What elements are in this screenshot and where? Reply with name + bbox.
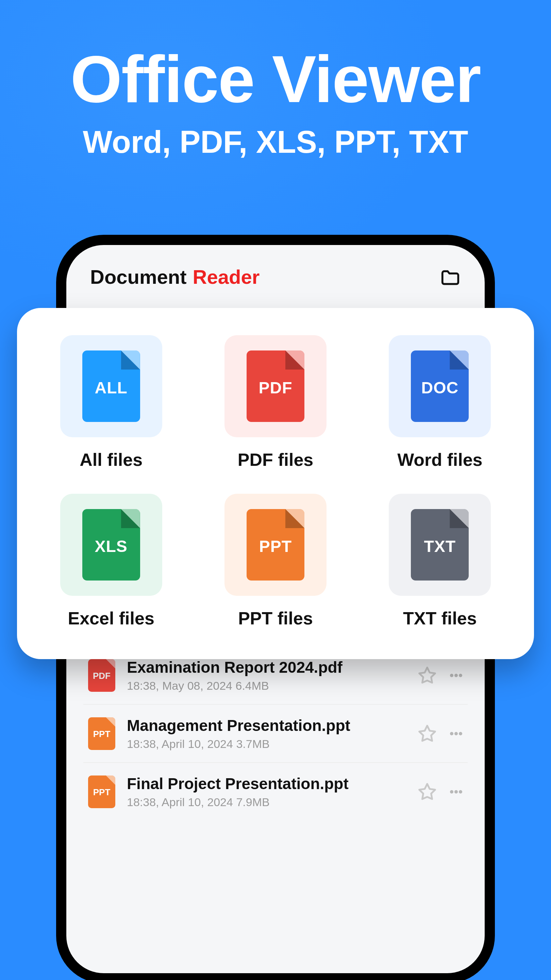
file-name: Management Presentation.ppt bbox=[127, 716, 405, 735]
pdf-icon: PDF bbox=[246, 350, 305, 422]
hero-subtitle: Word, PDF, XLS, PPT, TXT bbox=[0, 124, 551, 160]
all-files-icon: ALL bbox=[82, 350, 140, 422]
file-name: Examination Report 2024.pdf bbox=[127, 658, 405, 676]
type-tile: DOC bbox=[389, 335, 491, 437]
type-item-txt[interactable]: TXT TXT files bbox=[370, 494, 510, 628]
file-list: PDF Examination Report 2024.pdf 18:38, M… bbox=[83, 646, 468, 821]
hero-banner: Office Viewer Word, PDF, XLS, PPT, TXT bbox=[0, 0, 551, 160]
type-item-all[interactable]: ALL All files bbox=[41, 335, 181, 470]
more-options-icon[interactable] bbox=[449, 730, 463, 738]
folder-icon[interactable] bbox=[440, 266, 461, 288]
type-tile: TXT bbox=[389, 494, 491, 596]
type-label: Excel files bbox=[41, 608, 181, 628]
file-name: Final Project Presentation.ppt bbox=[127, 775, 405, 793]
more-options-icon[interactable] bbox=[449, 788, 463, 796]
type-tile: PDF bbox=[224, 335, 327, 437]
file-row[interactable]: PPT Management Presentation.ppt 18:38, A… bbox=[83, 705, 468, 763]
file-info: Management Presentation.ppt 18:38, April… bbox=[127, 716, 405, 751]
type-label: TXT files bbox=[370, 608, 510, 628]
favorite-star-icon[interactable] bbox=[417, 781, 438, 802]
file-row[interactable]: PPT Final Project Presentation.ppt 18:38… bbox=[83, 763, 468, 821]
type-label: All files bbox=[41, 450, 181, 470]
app-title-word2: Reader bbox=[193, 266, 260, 288]
ppt-icon: PPT bbox=[246, 509, 305, 581]
more-options-icon[interactable] bbox=[449, 671, 463, 679]
type-tile: PPT bbox=[224, 494, 327, 596]
file-type-icon: PPT bbox=[88, 775, 115, 808]
file-type-icon: PDF bbox=[88, 659, 115, 692]
type-label: PPT files bbox=[205, 608, 346, 628]
file-meta: 18:38, April 10, 20247.9MB bbox=[127, 795, 405, 809]
hero-title: Office Viewer bbox=[0, 44, 551, 114]
type-item-xls[interactable]: XLS Excel files bbox=[41, 494, 181, 628]
file-info: Final Project Presentation.ppt 18:38, Ap… bbox=[127, 775, 405, 809]
file-info: Examination Report 2024.pdf 18:38, May 0… bbox=[127, 658, 405, 692]
type-item-doc[interactable]: DOC Word files bbox=[370, 335, 510, 470]
app-header: Document Reader bbox=[83, 266, 468, 305]
app-title: Document Reader bbox=[90, 266, 259, 288]
file-type-icon: PPT bbox=[88, 717, 115, 750]
favorite-star-icon[interactable] bbox=[417, 665, 438, 686]
type-tile: XLS bbox=[60, 494, 162, 596]
file-type-card: ALL All files PDF PDF files DOC Word fil… bbox=[17, 308, 534, 659]
xls-icon: XLS bbox=[82, 509, 140, 581]
doc-icon: DOC bbox=[411, 350, 469, 422]
txt-icon: TXT bbox=[411, 509, 469, 581]
file-meta: 18:38, May 08, 20246.4MB bbox=[127, 679, 405, 692]
file-meta: 18:38, April 10, 20243.7MB bbox=[127, 737, 405, 751]
type-label: Word files bbox=[370, 450, 510, 470]
type-label: PDF files bbox=[205, 450, 346, 470]
type-item-ppt[interactable]: PPT PPT files bbox=[205, 494, 346, 628]
type-item-pdf[interactable]: PDF PDF files bbox=[205, 335, 346, 470]
type-tile: ALL bbox=[60, 335, 162, 437]
favorite-star-icon[interactable] bbox=[417, 723, 438, 744]
app-title-word1: Document bbox=[90, 266, 187, 288]
